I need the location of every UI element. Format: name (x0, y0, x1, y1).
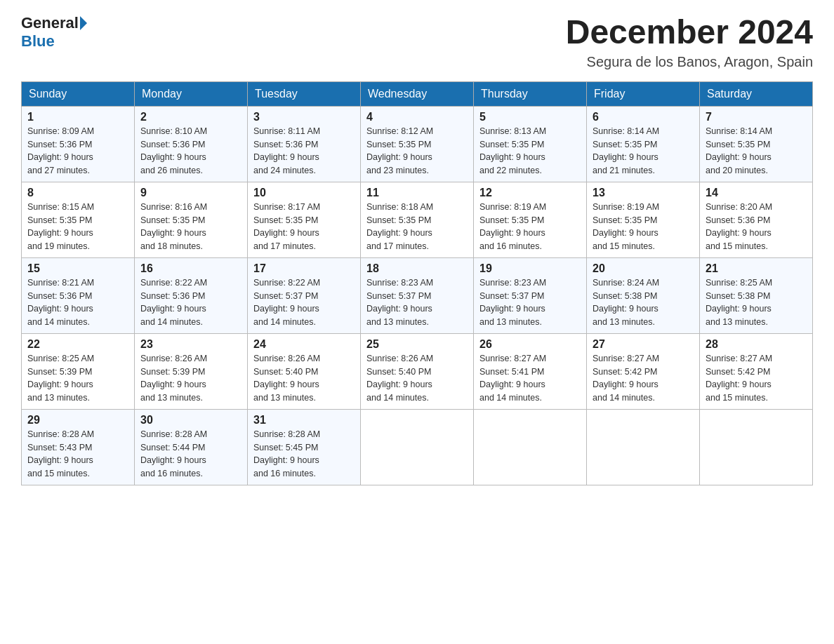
calendar-cell: 7Sunrise: 8:14 AMSunset: 5:35 PMDaylight… (700, 106, 813, 182)
day-number: 3 (253, 111, 355, 123)
header-friday: Friday (587, 81, 700, 106)
calendar-cell (587, 409, 700, 485)
day-number: 15 (27, 262, 128, 275)
day-info: Sunrise: 8:23 AMSunset: 5:37 PMDaylight:… (366, 276, 468, 329)
calendar-cell (361, 409, 474, 485)
day-info: Sunrise: 8:18 AMSunset: 5:35 PMDaylight:… (366, 201, 468, 253)
location-title: Segura de los Banos, Aragon, Spain (566, 54, 813, 70)
calendar-cell: 27Sunrise: 8:27 AMSunset: 5:42 PMDayligh… (587, 333, 700, 409)
day-number: 22 (27, 338, 128, 351)
calendar-cell: 4Sunrise: 8:12 AMSunset: 5:35 PMDaylight… (361, 106, 474, 182)
day-info: Sunrise: 8:25 AMSunset: 5:38 PMDaylight:… (706, 276, 807, 329)
calendar-cell: 20Sunrise: 8:24 AMSunset: 5:38 PMDayligh… (587, 257, 700, 333)
calendar-table: Sunday Monday Tuesday Wednesday Thursday… (21, 81, 813, 485)
day-info: Sunrise: 8:22 AMSunset: 5:36 PMDaylight:… (140, 276, 241, 329)
calendar-cell: 28Sunrise: 8:27 AMSunset: 5:42 PMDayligh… (700, 333, 813, 409)
page-header: General Blue December 2024 Segura de los… (21, 14, 813, 70)
day-info: Sunrise: 8:25 AMSunset: 5:39 PMDaylight:… (27, 352, 128, 405)
day-number: 29 (27, 414, 128, 427)
day-number: 10 (253, 187, 355, 199)
calendar-cell: 15Sunrise: 8:21 AMSunset: 5:36 PMDayligh… (22, 257, 135, 333)
day-number: 13 (593, 187, 694, 199)
day-number: 26 (479, 338, 581, 351)
day-number: 19 (479, 262, 581, 275)
day-info: Sunrise: 8:16 AMSunset: 5:35 PMDaylight:… (140, 201, 241, 253)
day-number: 6 (593, 111, 694, 123)
calendar-cell: 8Sunrise: 8:15 AMSunset: 5:35 PMDaylight… (22, 182, 135, 257)
day-info: Sunrise: 8:20 AMSunset: 5:36 PMDaylight:… (706, 201, 807, 253)
day-info: Sunrise: 8:10 AMSunset: 5:36 PMDaylight:… (140, 125, 241, 177)
day-number: 16 (140, 262, 241, 275)
calendar-cell: 3Sunrise: 8:11 AMSunset: 5:36 PMDaylight… (248, 106, 361, 182)
day-info: Sunrise: 8:19 AMSunset: 5:35 PMDaylight:… (479, 201, 581, 253)
logo-text-blue: Blue (21, 32, 87, 51)
day-number: 21 (706, 262, 807, 275)
day-info: Sunrise: 8:23 AMSunset: 5:37 PMDaylight:… (479, 276, 581, 329)
day-number: 7 (706, 111, 807, 123)
day-number: 28 (706, 338, 807, 351)
calendar-cell: 12Sunrise: 8:19 AMSunset: 5:35 PMDayligh… (474, 182, 587, 257)
calendar-cell (474, 409, 587, 485)
day-number: 27 (593, 338, 694, 351)
title-area: December 2024 Segura de los Banos, Arago… (566, 14, 813, 70)
day-info: Sunrise: 8:28 AMSunset: 5:43 PMDaylight:… (27, 428, 128, 481)
day-info: Sunrise: 8:14 AMSunset: 5:35 PMDaylight:… (593, 125, 694, 177)
logo-text-general: General (21, 14, 79, 32)
day-number: 4 (366, 111, 468, 123)
calendar-cell: 14Sunrise: 8:20 AMSunset: 5:36 PMDayligh… (700, 182, 813, 257)
day-number: 25 (366, 338, 468, 351)
calendar-cell: 22Sunrise: 8:25 AMSunset: 5:39 PMDayligh… (22, 333, 135, 409)
calendar-cell: 31Sunrise: 8:28 AMSunset: 5:45 PMDayligh… (248, 409, 361, 485)
calendar-week-row: 29Sunrise: 8:28 AMSunset: 5:43 PMDayligh… (22, 409, 813, 485)
calendar-cell: 2Sunrise: 8:10 AMSunset: 5:36 PMDaylight… (135, 106, 248, 182)
day-info: Sunrise: 8:27 AMSunset: 5:42 PMDaylight:… (593, 352, 694, 405)
calendar-cell: 5Sunrise: 8:13 AMSunset: 5:35 PMDaylight… (474, 106, 587, 182)
day-number: 31 (253, 414, 355, 427)
day-number: 2 (140, 111, 241, 123)
day-info: Sunrise: 8:27 AMSunset: 5:41 PMDaylight:… (479, 352, 581, 405)
header-wednesday: Wednesday (361, 81, 474, 106)
calendar-cell: 13Sunrise: 8:19 AMSunset: 5:35 PMDayligh… (587, 182, 700, 257)
day-number: 24 (253, 338, 355, 351)
calendar-cell: 17Sunrise: 8:22 AMSunset: 5:37 PMDayligh… (248, 257, 361, 333)
calendar-header-row: Sunday Monday Tuesday Wednesday Thursday… (22, 81, 813, 106)
calendar-week-row: 8Sunrise: 8:15 AMSunset: 5:35 PMDaylight… (22, 182, 813, 257)
calendar-cell: 16Sunrise: 8:22 AMSunset: 5:36 PMDayligh… (135, 257, 248, 333)
day-info: Sunrise: 8:26 AMSunset: 5:40 PMDaylight:… (366, 352, 468, 405)
day-number: 5 (479, 111, 581, 123)
logo: General Blue (21, 14, 87, 51)
day-info: Sunrise: 8:15 AMSunset: 5:35 PMDaylight:… (27, 201, 128, 253)
calendar-cell: 6Sunrise: 8:14 AMSunset: 5:35 PMDaylight… (587, 106, 700, 182)
header-saturday: Saturday (700, 81, 813, 106)
day-number: 30 (140, 414, 241, 427)
calendar-cell: 24Sunrise: 8:26 AMSunset: 5:40 PMDayligh… (248, 333, 361, 409)
day-number: 8 (27, 187, 128, 199)
logo-arrow-icon (80, 16, 87, 30)
day-info: Sunrise: 8:27 AMSunset: 5:42 PMDaylight:… (706, 352, 807, 405)
calendar-cell: 30Sunrise: 8:28 AMSunset: 5:44 PMDayligh… (135, 409, 248, 485)
calendar-cell: 21Sunrise: 8:25 AMSunset: 5:38 PMDayligh… (700, 257, 813, 333)
day-info: Sunrise: 8:12 AMSunset: 5:35 PMDaylight:… (366, 125, 468, 177)
calendar-cell: 1Sunrise: 8:09 AMSunset: 5:36 PMDaylight… (22, 106, 135, 182)
calendar-cell: 19Sunrise: 8:23 AMSunset: 5:37 PMDayligh… (474, 257, 587, 333)
day-info: Sunrise: 8:28 AMSunset: 5:45 PMDaylight:… (253, 428, 355, 481)
day-info: Sunrise: 8:14 AMSunset: 5:35 PMDaylight:… (706, 125, 807, 177)
day-number: 9 (140, 187, 241, 199)
day-number: 17 (253, 262, 355, 275)
calendar-week-row: 22Sunrise: 8:25 AMSunset: 5:39 PMDayligh… (22, 333, 813, 409)
calendar-cell: 25Sunrise: 8:26 AMSunset: 5:40 PMDayligh… (361, 333, 474, 409)
day-info: Sunrise: 8:24 AMSunset: 5:38 PMDaylight:… (593, 276, 694, 329)
day-info: Sunrise: 8:13 AMSunset: 5:35 PMDaylight:… (479, 125, 581, 177)
calendar-cell: 11Sunrise: 8:18 AMSunset: 5:35 PMDayligh… (361, 182, 474, 257)
calendar-cell (700, 409, 813, 485)
calendar-cell: 23Sunrise: 8:26 AMSunset: 5:39 PMDayligh… (135, 333, 248, 409)
header-sunday: Sunday (22, 81, 135, 106)
calendar-week-row: 1Sunrise: 8:09 AMSunset: 5:36 PMDaylight… (22, 106, 813, 182)
day-info: Sunrise: 8:26 AMSunset: 5:40 PMDaylight:… (253, 352, 355, 405)
day-number: 12 (479, 187, 581, 199)
day-number: 1 (27, 111, 128, 123)
header-thursday: Thursday (474, 81, 587, 106)
calendar-cell: 9Sunrise: 8:16 AMSunset: 5:35 PMDaylight… (135, 182, 248, 257)
calendar-week-row: 15Sunrise: 8:21 AMSunset: 5:36 PMDayligh… (22, 257, 813, 333)
calendar-cell: 29Sunrise: 8:28 AMSunset: 5:43 PMDayligh… (22, 409, 135, 485)
